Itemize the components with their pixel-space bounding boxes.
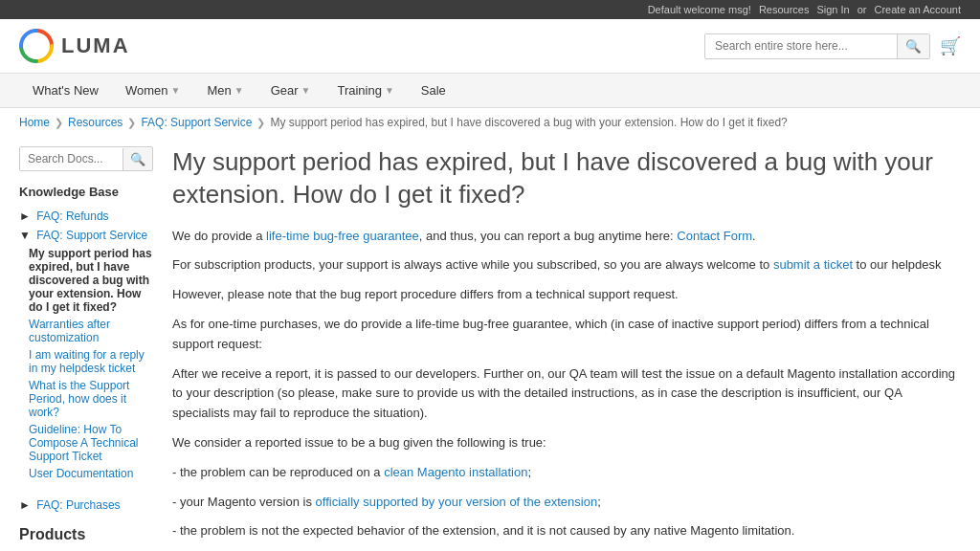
nav-men[interactable]: Men ▼ (193, 74, 256, 107)
chevron-down-icon: ▼ (171, 85, 181, 96)
chevron-down-icon: ▼ (19, 229, 31, 242)
sidebar-sub-item-user-docs[interactable]: User Documentation (29, 465, 153, 482)
search-box: 🔍 (704, 33, 930, 59)
main-layout: 🔍 Knowledge Base ► FAQ: Refunds ▼ FAQ: S… (0, 137, 980, 551)
main-nav: What's New Women ▼ Men ▼ Gear ▼ Training… (0, 74, 980, 108)
article-title: My support period has expired, but I hav… (172, 146, 961, 211)
sidebar-section-title: Knowledge Base (19, 185, 153, 199)
sidebar-sub-item-active[interactable]: My support period has expired, but I hav… (29, 245, 153, 316)
signin-link[interactable]: Sign In (816, 4, 849, 15)
nav-gear[interactable]: Gear ▼ (257, 74, 324, 107)
chevron-down-icon: ▼ (234, 85, 244, 96)
chevron-right-icon: ► (19, 209, 31, 223)
search-button[interactable]: 🔍 (897, 34, 929, 58)
logo-text: LUMA (61, 33, 130, 58)
top-bar: Default welcome msg! Resources Sign In o… (0, 0, 980, 19)
chevron-down-icon: ▼ (301, 85, 311, 96)
article-para-5: After we receive a report, it is passed … (172, 364, 961, 424)
nav-training[interactable]: Training ▼ (323, 74, 407, 107)
submit-ticket-link[interactable]: submit a ticket (773, 257, 853, 272)
content-area: My support period has expired, but I hav… (172, 146, 961, 551)
or-text: or (858, 4, 867, 15)
article-body: We do provide a life-time bug-free guara… (172, 227, 961, 551)
logo-area: LUMA (19, 29, 130, 63)
sidebar-products-title: Products (19, 526, 153, 543)
article-para-1: We do provide a life-time bug-free guara… (172, 227, 961, 247)
nav-whats-new[interactable]: What's New (19, 74, 112, 107)
breadcrumb-sep: ❯ (127, 117, 136, 129)
chevron-down-icon: ▼ (385, 85, 394, 96)
resources-link[interactable]: Resources (759, 4, 810, 15)
breadcrumb-faq[interactable]: FAQ: Support Service (141, 116, 252, 129)
article-para-8: - your Magento version is officially sup… (172, 493, 961, 513)
luma-logo-icon[interactable] (19, 29, 54, 63)
sidebar-sub-item-guideline[interactable]: Guideline: How To Compose A Technical Su… (29, 421, 153, 465)
header-right: 🔍 🛒 (704, 33, 961, 59)
sidebar: 🔍 Knowledge Base ► FAQ: Refunds ▼ FAQ: S… (19, 146, 153, 551)
article-para-6: We consider a reported issue to be a bug… (172, 433, 961, 453)
breadcrumb-current: My support period has expired, but I hav… (270, 116, 787, 129)
breadcrumb-sep: ❯ (256, 117, 265, 129)
magento-installation-link[interactable]: clean Magento installation (384, 465, 527, 479)
chevron-right-icon: ► (19, 498, 31, 512)
article-para-7: - the problem can be reproduced on a cle… (172, 463, 961, 483)
sidebar-sub-items: My support period has expired, but I hav… (19, 245, 153, 482)
sidebar-item-faq-support[interactable]: ▼ FAQ: Support Service (19, 226, 153, 245)
breadcrumb-home[interactable]: Home (19, 116, 50, 129)
article-para-2: For subscription products, your support … (172, 255, 961, 276)
article-para-4: As for one-time purchases, we do provide… (172, 315, 961, 355)
article-para-9: - the problem is not the expected behavi… (172, 521, 961, 541)
breadcrumb-sep: ❯ (55, 117, 63, 129)
sidebar-sub-item-waiting[interactable]: I am waiting for a reply in my helpdesk … (29, 346, 153, 377)
cart-icon[interactable]: 🛒 (940, 35, 961, 56)
sidebar-search-box: 🔍 (19, 146, 153, 171)
breadcrumb: Home ❯ Resources ❯ FAQ: Support Service … (0, 108, 980, 137)
sidebar-sub-item-support-period[interactable]: What is the Support Period, how does it … (29, 377, 153, 421)
contact-form-link[interactable]: Contact Form (677, 229, 752, 243)
nav-women[interactable]: Women ▼ (112, 74, 193, 107)
sidebar-item-faq-purchases[interactable]: ► FAQ: Purchases (19, 496, 153, 515)
nav-sale[interactable]: Sale (408, 74, 459, 107)
officially-supported-link[interactable]: officially supported by your version of … (316, 495, 598, 509)
sidebar-search-button[interactable]: 🔍 (122, 148, 152, 170)
welcome-msg: Default welcome msg! (648, 4, 751, 15)
sidebar-bottom: ► FAQ: Purchases (19, 496, 153, 515)
breadcrumb-resources[interactable]: Resources (68, 116, 122, 129)
sidebar-search-input[interactable] (20, 147, 122, 170)
lifetime-guarantee-link[interactable]: life-time bug-free guarantee (266, 229, 419, 243)
article-para-3: However, please note that the bug report… (172, 285, 961, 305)
create-account-link[interactable]: Create an Account (874, 4, 961, 15)
sidebar-item-faq-refunds[interactable]: ► FAQ: Refunds (19, 207, 153, 226)
search-input[interactable] (705, 34, 897, 57)
header: LUMA 🔍 🛒 (0, 19, 980, 74)
sidebar-sub-item-warranties[interactable]: Warranties after customization (29, 316, 153, 346)
